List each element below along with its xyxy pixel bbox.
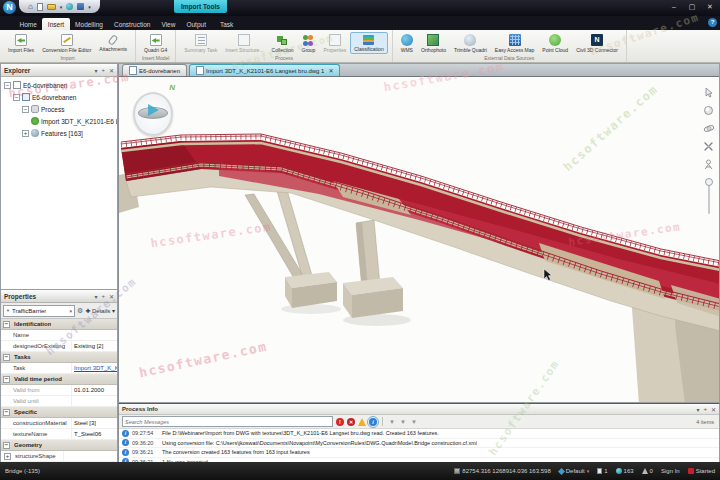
select-cursor-icon[interactable] bbox=[703, 87, 714, 98]
properties-menu-icon[interactable] bbox=[94, 293, 97, 300]
process-pin-icon[interactable] bbox=[703, 406, 707, 412]
filter-clear-icon[interactable] bbox=[410, 418, 418, 426]
conversion-file-editor-button[interactable]: Conversion File Editor bbox=[38, 32, 95, 55]
tab-output[interactable]: Output bbox=[181, 18, 212, 30]
filter-funnel-icon[interactable] bbox=[388, 418, 396, 426]
message-row[interactable]: 09:27:54 File D:\Webinarer\Import from D… bbox=[119, 429, 719, 439]
status-preset-selector[interactable]: Default bbox=[559, 468, 590, 474]
properties-button[interactable]: Properties bbox=[319, 32, 350, 55]
expander-icon[interactable] bbox=[3, 354, 10, 361]
details-button[interactable]: ✚ Details ▾ bbox=[85, 307, 115, 314]
property-row[interactable]: Valid from 01.01.2000 bbox=[1, 385, 117, 396]
maximize-button[interactable] bbox=[684, 1, 700, 12]
tree-item-process[interactable]: Process bbox=[1, 103, 117, 115]
open-folder-icon[interactable] bbox=[47, 4, 56, 10]
property-row[interactable]: textureName T_Steel06 bbox=[1, 429, 117, 440]
property-row[interactable]: Valid until bbox=[1, 396, 117, 407]
import-files-button[interactable]: Import Files bbox=[4, 32, 38, 55]
tab-model-view[interactable]: E6-dovrebanen bbox=[122, 64, 187, 76]
wms-button[interactable]: WMS bbox=[397, 32, 417, 55]
qat-more-button[interactable] bbox=[88, 3, 91, 11]
expander-icon[interactable] bbox=[13, 94, 20, 101]
new-document-icon[interactable] bbox=[37, 3, 43, 11]
tab-view[interactable]: View bbox=[156, 18, 181, 30]
section-geometry[interactable]: Geometry bbox=[1, 440, 117, 451]
properties-pin-icon[interactable] bbox=[101, 293, 105, 299]
sync-icon[interactable] bbox=[66, 3, 73, 10]
tab-construction[interactable]: Construction bbox=[108, 18, 156, 30]
tree-item-import-task[interactable]: Import 3DT_K_K2101-E6 Langset br... bbox=[1, 115, 117, 127]
classification-button[interactable]: Classification bbox=[350, 32, 387, 54]
orbit-icon[interactable] bbox=[703, 123, 715, 134]
expander-icon[interactable] bbox=[3, 376, 10, 383]
tab-home[interactable]: Home bbox=[14, 18, 42, 30]
help-icon[interactable] bbox=[708, 18, 717, 27]
walkthrough-icon[interactable] bbox=[703, 159, 714, 171]
attachments-button[interactable]: Attachments bbox=[95, 32, 131, 54]
status-state[interactable]: Started bbox=[688, 468, 715, 474]
filter-sort-icon[interactable] bbox=[399, 418, 407, 426]
filter-error-icon[interactable] bbox=[347, 418, 355, 426]
task-link[interactable]: Import 3DT_K_K2101-E6 L... bbox=[74, 365, 117, 371]
section-identification[interactable]: Identification bbox=[1, 319, 117, 330]
message-row[interactable]: 09:36:21 The conversion created 163 feat… bbox=[119, 448, 719, 458]
sign-in-button[interactable]: Sign In bbox=[661, 468, 680, 474]
collection-button[interactable]: Collection bbox=[268, 32, 298, 55]
expander-icon[interactable] bbox=[4, 82, 11, 89]
expander-icon[interactable] bbox=[22, 130, 29, 137]
tree-item-features[interactable]: Features [163] bbox=[1, 127, 117, 139]
summary-task-button[interactable]: Summary Task bbox=[180, 32, 221, 55]
section-specific[interactable]: Specific bbox=[1, 407, 117, 418]
trimble-quadri-button[interactable]: Trimble Quadri bbox=[450, 32, 491, 55]
expander-icon[interactable] bbox=[22, 106, 29, 113]
point-cloud-button[interactable]: Point Cloud bbox=[538, 32, 572, 55]
close-button[interactable] bbox=[702, 1, 718, 12]
property-row[interactable]: Name bbox=[1, 330, 117, 341]
tab-task[interactable]: Task bbox=[214, 18, 238, 30]
insert-structure-button[interactable]: Insert Structure... bbox=[221, 32, 267, 55]
section-valid-time[interactable]: Valid time period bbox=[1, 374, 117, 385]
zoom-slider[interactable] bbox=[708, 180, 710, 214]
tab-insert[interactable]: Insert bbox=[42, 18, 69, 30]
status-task-count[interactable]: 1 bbox=[597, 468, 607, 474]
filter-warning-icon[interactable] bbox=[358, 418, 366, 426]
home-icon[interactable] bbox=[28, 3, 33, 11]
quadri-g4-button[interactable]: Quadri G4 bbox=[140, 32, 171, 55]
property-row[interactable]: constructionMaterial Steel [3] bbox=[1, 418, 117, 429]
expander-icon[interactable] bbox=[3, 409, 10, 416]
property-row[interactable]: structureShape bbox=[1, 451, 117, 462]
orthophoto-button[interactable]: Orthophoto bbox=[417, 32, 450, 55]
gear-icon[interactable] bbox=[77, 306, 83, 316]
group-button[interactable]: Group bbox=[298, 32, 320, 55]
zoom-slider-knob[interactable] bbox=[705, 178, 713, 186]
tab-modelling[interactable]: Modelling bbox=[70, 18, 109, 30]
tree-item-project[interactable]: E6-dovrebanen bbox=[1, 79, 117, 91]
status-warning-count[interactable]: 0 bbox=[642, 468, 653, 474]
tree-item-model[interactable]: E6-dovrebanen bbox=[1, 91, 117, 103]
explorer-pin-icon[interactable] bbox=[101, 67, 105, 73]
properties-close-icon[interactable] bbox=[109, 293, 114, 300]
compass-arrow-icon[interactable] bbox=[148, 104, 159, 116]
section-tasks[interactable]: Tasks bbox=[1, 352, 117, 363]
property-row-task[interactable]: Task Import 3DT_K_K2101-E6 L... bbox=[1, 363, 117, 374]
message-row[interactable]: 09:36:20 Using conversion file: C:\Users… bbox=[119, 439, 719, 449]
3d-canvas[interactable]: N bbox=[119, 77, 719, 402]
app-menu-button[interactable]: N bbox=[3, 1, 16, 14]
explorer-close-icon[interactable] bbox=[109, 67, 114, 74]
minimize-button[interactable] bbox=[666, 1, 682, 12]
open-dropdown-icon[interactable] bbox=[60, 3, 63, 11]
property-row[interactable]: designedOrExisting Existing [2] bbox=[1, 341, 117, 352]
process-menu-icon[interactable] bbox=[696, 406, 699, 413]
status-feature-count[interactable]: 163 bbox=[616, 468, 634, 474]
expander-icon[interactable] bbox=[3, 321, 10, 328]
easy-access-map-button[interactable]: Easy Access Map bbox=[491, 32, 538, 55]
expander-icon[interactable] bbox=[3, 442, 10, 449]
explorer-menu-icon[interactable] bbox=[94, 67, 97, 74]
feature-type-selector[interactable]: TrafficBarrier bbox=[3, 305, 75, 317]
tab-import-view[interactable]: Import 3DT_K_K2101-E6 Langset bru.dwg 1 bbox=[189, 64, 340, 76]
pan-sphere-icon[interactable] bbox=[703, 105, 714, 116]
save-icon[interactable] bbox=[77, 3, 84, 10]
zoom-extents-icon[interactable] bbox=[703, 141, 714, 152]
expander-icon[interactable] bbox=[4, 453, 11, 460]
navigation-compass[interactable]: N bbox=[129, 83, 177, 137]
